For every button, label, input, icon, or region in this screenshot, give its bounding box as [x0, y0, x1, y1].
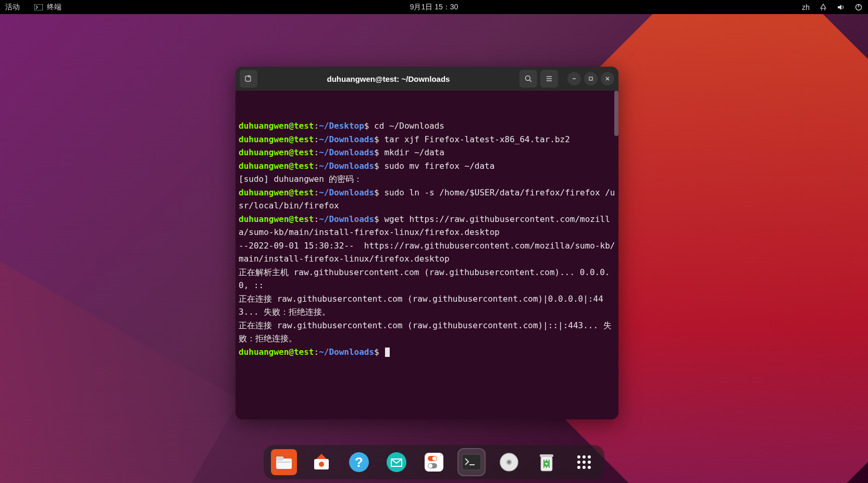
terminal-output: [sudo] duhuangwen 的密码：: [239, 174, 362, 184]
terminal-output: --2022-09-01 15:30:32-- https://raw.gith…: [239, 241, 615, 264]
command-text: cd ~/Downloads: [369, 121, 444, 131]
svg-rect-0: [34, 4, 43, 10]
activities-button[interactable]: 活动: [5, 3, 20, 12]
active-app-name: 终端: [47, 3, 61, 12]
terminal-output: 正在连接 raw.githubusercontent.com (raw.gith…: [239, 320, 612, 344]
svg-point-37: [582, 455, 586, 459]
svg-point-25: [432, 456, 437, 461]
dock-trash[interactable]: [534, 449, 560, 475]
svg-rect-28: [462, 454, 481, 470]
power-icon[interactable]: [854, 3, 863, 11]
window-titlebar[interactable]: duhuangwen@test: ~/Downloads: [235, 67, 618, 91]
terminal-output: 正在解析主机 raw.githubusercontent.com (raw.gi…: [239, 267, 610, 291]
svg-rect-16: [276, 456, 283, 461]
terminal-icon: [34, 3, 43, 11]
new-tab-button[interactable]: [240, 70, 257, 88]
terminal-cursor: [385, 348, 390, 357]
top-bar: 活动 终端 9月1日 15：30 zh: [0, 0, 868, 14]
svg-point-32: [508, 461, 510, 463]
svg-point-19: [319, 462, 324, 467]
dock-disk[interactable]: [496, 449, 522, 475]
dock-software[interactable]: [308, 449, 334, 475]
dock-files[interactable]: [271, 449, 297, 475]
input-method-indicator[interactable]: zh: [802, 3, 810, 11]
svg-rect-12: [589, 77, 592, 80]
dock: ?: [264, 445, 604, 479]
svg-point-42: [577, 466, 580, 469]
dock-terminal[interactable]: [458, 449, 485, 475]
terminal-window: duhuangwen@test: ~/Downloads duhuangwen@…: [235, 67, 618, 419]
command-text: tar xjf Firefox-latest-x86_64.tar.bz2: [379, 134, 570, 144]
svg-point-39: [577, 461, 580, 464]
dock-help[interactable]: ?: [346, 449, 372, 475]
svg-point-6: [526, 76, 530, 81]
svg-rect-34: [540, 454, 553, 457]
clock[interactable]: 9月1日 15：30: [410, 3, 458, 12]
svg-point-44: [588, 466, 591, 469]
maximize-button[interactable]: [584, 72, 598, 85]
command-text: sudo mv firefox ~/data: [379, 161, 495, 171]
svg-line-7: [530, 80, 532, 82]
dock-show-apps[interactable]: [571, 449, 597, 475]
search-button[interactable]: [519, 70, 537, 88]
scrollbar[interactable]: [614, 91, 618, 136]
svg-text:?: ?: [355, 454, 363, 470]
command-text: mkdir ~/data: [379, 147, 444, 157]
svg-point-43: [582, 466, 586, 469]
svg-point-27: [428, 464, 432, 468]
window-title: duhuangwen@test: ~/Downloads: [261, 75, 516, 83]
terminal-content[interactable]: duhuangwen@test:~/Desktop$ cd ~/Download…: [235, 91, 618, 419]
hamburger-menu-button[interactable]: [540, 70, 558, 88]
svg-rect-3: [245, 76, 251, 81]
close-button[interactable]: [601, 72, 614, 85]
minimize-button[interactable]: [567, 72, 581, 85]
svg-rect-23: [425, 453, 443, 472]
svg-point-36: [577, 455, 580, 459]
svg-point-41: [588, 461, 591, 464]
dock-settings[interactable]: [421, 449, 447, 475]
svg-point-40: [582, 461, 586, 464]
svg-rect-17: [277, 462, 291, 463]
active-app-indicator[interactable]: 终端: [34, 3, 61, 12]
terminal-output: 正在连接 raw.githubusercontent.com (raw.gith…: [239, 294, 603, 317]
svg-point-38: [588, 455, 591, 459]
volume-icon[interactable]: [837, 3, 845, 11]
dock-email[interactable]: [383, 449, 410, 475]
network-icon[interactable]: [819, 3, 827, 11]
svg-point-22: [387, 452, 406, 472]
